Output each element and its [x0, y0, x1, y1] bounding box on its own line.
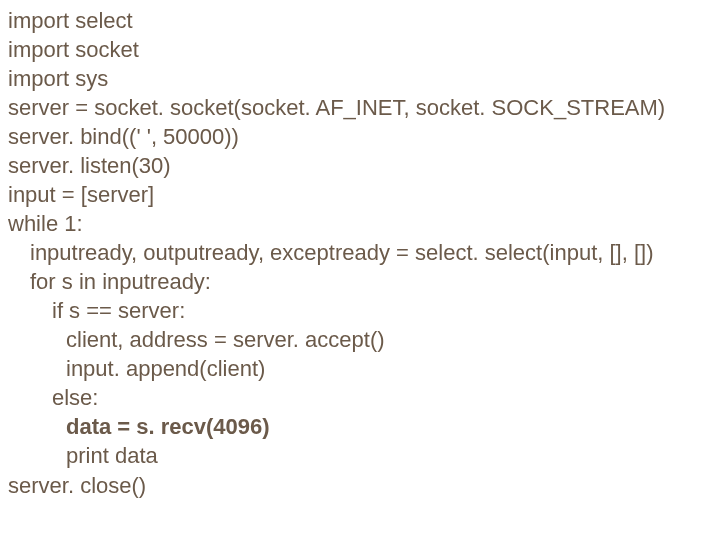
code-line: server = socket. socket(socket. AF_INET,…: [8, 93, 720, 122]
code-line: import sys: [8, 64, 720, 93]
code-line: import socket: [8, 35, 720, 64]
code-line: server. listen(30): [8, 151, 720, 180]
code-snippet: import select import socket import sys s…: [0, 0, 720, 500]
code-line: input. append(client): [8, 354, 720, 383]
code-line: import select: [8, 6, 720, 35]
code-line: input = [server]: [8, 180, 720, 209]
code-line: else:: [8, 383, 720, 412]
code-line: print data: [8, 441, 720, 470]
code-line: inputready, outputready, exceptready = s…: [8, 238, 720, 267]
code-line: server. bind((' ', 50000)): [8, 122, 720, 151]
code-line: client, address = server. accept(): [8, 325, 720, 354]
code-line: server. close(): [8, 471, 720, 500]
code-line-bold: data = s. recv(4096): [8, 412, 720, 441]
code-line: for s in inputready:: [8, 267, 720, 296]
code-line: while 1:: [8, 209, 720, 238]
code-line: if s == server:: [8, 296, 720, 325]
